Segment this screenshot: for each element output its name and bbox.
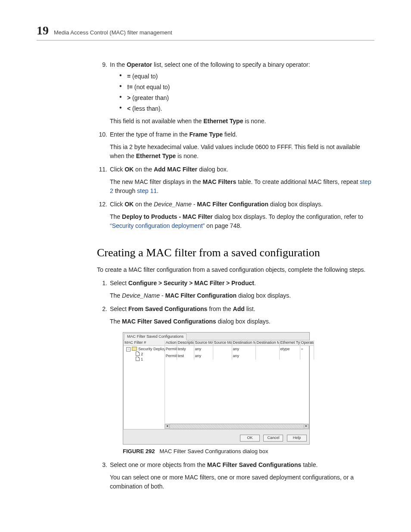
- cell-op: =: [300, 345, 314, 353]
- section-heading: Creating a MAC filter from a saved confi…: [97, 244, 374, 261]
- step-10: Enter the type of frame in the Frame Typ…: [97, 130, 374, 161]
- steps-create: Select Configure > Security > MAC Filter…: [97, 279, 374, 491]
- figure-caption: FIGURE 292 MAC Filter Saved Configuratio…: [123, 447, 374, 456]
- th-description[interactable]: Description: [177, 340, 194, 345]
- th-mac-filter-num[interactable]: MAC Filter #: [124, 340, 165, 345]
- step9-note: This field is not available when the Eth…: [110, 117, 374, 126]
- page-header: 19 Media Access Control (MAC) filter man…: [37, 24, 374, 40]
- scroll-track[interactable]: [170, 424, 304, 429]
- create-step-1: Select Configure > Security > MAC Filter…: [97, 279, 374, 300]
- scroll-right-icon[interactable]: ▸: [304, 424, 309, 429]
- cell-desc: testy: [177, 345, 194, 353]
- cell-dstmac: any: [232, 353, 255, 360]
- page: 19 Media Access Control (MAC) filter man…: [0, 0, 411, 532]
- th-action[interactable]: Action: [165, 340, 177, 345]
- document-icon: [136, 357, 140, 361]
- th-operator[interactable]: Operator: [300, 340, 314, 345]
- dialog-buttons: OK Cancel Help: [123, 429, 309, 444]
- tree-collapse-icon[interactable]: −: [126, 347, 131, 352]
- step11-text: Click OK on the Add MAC Filter dialog bo…: [110, 166, 228, 173]
- cell-srcmask: [213, 353, 232, 360]
- cell-action: Permit: [165, 345, 177, 353]
- bullet-greater: > (greater than): [119, 93, 374, 103]
- tree-panel[interactable]: −Security Deployment 2 1: [124, 345, 165, 423]
- link-step11[interactable]: step 11: [137, 187, 157, 194]
- s3-text: Select one or more objects from the MAC …: [110, 461, 318, 468]
- cell-dstmask: [255, 353, 279, 360]
- cell-srcmac: any: [194, 345, 213, 353]
- th-source-mask[interactable]: Source Mask: [213, 340, 232, 345]
- dialog-mac-filter-saved: MAC Filter Saved Configurations MAC Filt…: [123, 332, 310, 445]
- create-step-2: Select From Saved Configurations from th…: [97, 305, 374, 455]
- step-9: In the Operator list, select one of the …: [97, 60, 374, 126]
- s2-note: The MAC Filter Saved Configurations dial…: [110, 317, 374, 326]
- cell-dstmac: any: [232, 345, 255, 353]
- tree-root[interactable]: Security Deployment: [138, 347, 165, 351]
- cell-etype: [279, 353, 300, 360]
- horizontal-scrollbar[interactable]: ◂ ▸: [165, 423, 309, 429]
- step11-note: The new MAC filter displays in the MAC F…: [110, 177, 374, 196]
- th-ethernet-type[interactable]: Ethernet Type: [279, 340, 300, 345]
- step-12: Click OK on the Device_Name - MAC Filter…: [97, 200, 374, 230]
- steps-continued: In the Operator list, select one of the …: [97, 60, 374, 230]
- ok-button[interactable]: OK: [240, 435, 260, 442]
- step-11: Click OK on the Add MAC Filter dialog bo…: [97, 165, 374, 196]
- s3-note: You can select one or more MAC filters, …: [110, 473, 374, 491]
- cell-op: [300, 353, 314, 360]
- cell-srcmac: any: [194, 353, 213, 360]
- create-step-3: Select one or more objects from the MAC …: [97, 460, 374, 491]
- chapter-number: 19: [37, 24, 49, 37]
- s2-text: Select From Saved Configurations from th…: [110, 305, 255, 312]
- figure-292: MAC Filter Saved Configurations MAC Filt…: [123, 332, 374, 445]
- step10-note: This ia 2 byte hexadecimal value. Valid …: [110, 143, 374, 161]
- cell-srcmask: [213, 345, 232, 353]
- cell-desc: test: [177, 353, 194, 360]
- content-area: In the Operator list, select one of the …: [97, 60, 374, 491]
- cell-dstmask: [255, 345, 279, 353]
- step12-note: The Deploy to Products - MAC Filter dial…: [110, 212, 374, 230]
- cell-etype: etype: [279, 345, 300, 353]
- step9-bullets: = (equal to) != (not equal to) > (greate…: [119, 72, 374, 113]
- s1-note: The Device_Name - MAC Filter Configurati…: [110, 291, 374, 300]
- th-dest-mask[interactable]: Destination Mask: [255, 340, 279, 345]
- dialog-table: MAC Filter # Action Description Source M…: [123, 340, 309, 429]
- folder-icon: [132, 347, 137, 351]
- cell-action: Permit: [165, 353, 177, 360]
- bullet-not-equal: != (not equal to): [119, 83, 374, 92]
- step12-text: Click OK on the Device_Name - MAC Filter…: [110, 201, 323, 208]
- document-icon: [136, 352, 140, 356]
- help-button[interactable]: Help: [287, 435, 307, 442]
- section-intro: To create a MAC filter configuration fro…: [97, 265, 374, 274]
- bullet-equal: = (equal to): [119, 72, 374, 81]
- tree-item-2[interactable]: 2: [141, 352, 143, 356]
- cancel-button[interactable]: Cancel: [263, 435, 283, 442]
- th-dest-mac[interactable]: Destination MAC: [232, 340, 255, 345]
- step10-text: Enter the type of frame in the Frame Typ…: [110, 131, 237, 138]
- bullet-less: < (less than).: [119, 104, 374, 113]
- table-empty-area: [165, 360, 314, 423]
- s1-text: Select Configure > Security > MAC Filter…: [110, 280, 256, 286]
- link-security-deploy[interactable]: “Security configuration deployment”: [110, 222, 205, 229]
- chapter-title: Media Access Control (MAC) filter manage…: [54, 29, 172, 36]
- tree-item-1[interactable]: 1: [141, 357, 143, 361]
- step9-text: In the Operator list, select one of the …: [110, 61, 310, 68]
- table-header-row: MAC Filter # Action Description Source M…: [124, 340, 314, 345]
- scroll-left-icon[interactable]: ◂: [165, 424, 170, 429]
- dialog-tab[interactable]: MAC Filter Saved Configurations: [124, 333, 187, 340]
- th-source-mac[interactable]: Source MAC: [194, 340, 213, 345]
